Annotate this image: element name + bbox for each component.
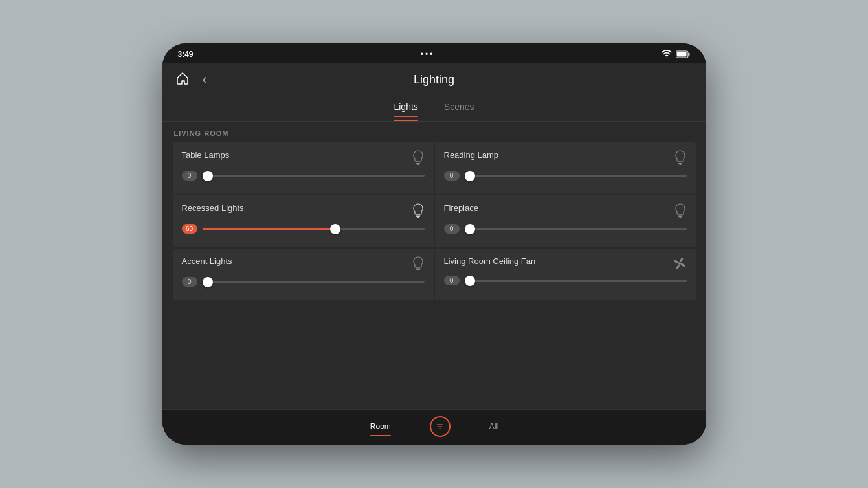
- lights-grid: Table Lamps 0: [173, 142, 696, 300]
- tabs-bar: Lights Scenes: [162, 96, 706, 122]
- bottom-nav-filter[interactable]: [430, 416, 451, 437]
- bulb-icon-reading-lamp: [674, 150, 687, 166]
- slider-recessed-lights[interactable]: [203, 228, 425, 230]
- app-content: ‹ Lighting Lights Scenes LIVING ROOM Tab…: [162, 63, 706, 445]
- bulb-icon-fireplace: [674, 203, 687, 219]
- light-name-recessed-lights: Recessed Lights: [182, 203, 244, 213]
- tab-lights[interactable]: Lights: [394, 102, 417, 115]
- bottom-nav-room[interactable]: Room: [370, 422, 391, 431]
- back-button[interactable]: ‹: [203, 71, 207, 88]
- light-name-fireplace: Fireplace: [444, 203, 478, 213]
- slider-fireplace[interactable]: [465, 228, 687, 230]
- status-icons: [662, 50, 690, 58]
- bulb-icon-recessed-lights: [412, 203, 425, 219]
- value-badge-accent-lights: 0: [182, 277, 197, 287]
- tablet-frame: 3:49 ••• ‹: [162, 43, 706, 445]
- value-badge-ceiling-fan: 0: [444, 276, 460, 285]
- tab-scenes[interactable]: Scenes: [444, 102, 474, 115]
- fan-icon-ceiling-fan: [673, 256, 687, 271]
- value-badge-fireplace: 0: [444, 224, 460, 234]
- value-badge-table-lamps: 0: [182, 171, 197, 181]
- filter-icon[interactable]: [430, 416, 451, 437]
- light-card-accent-lights: Accent Lights 0: [173, 249, 434, 300]
- bottom-nav-all[interactable]: All: [489, 422, 498, 431]
- slider-reading-lamp[interactable]: [465, 175, 687, 177]
- status-time: 3:49: [178, 50, 194, 59]
- status-bar: 3:49 •••: [162, 43, 706, 63]
- top-nav: ‹ Lighting: [162, 63, 706, 96]
- wifi-icon: [662, 50, 672, 58]
- home-button[interactable]: [175, 71, 190, 89]
- light-name-ceiling-fan: Living Room Ceiling Fan: [444, 256, 536, 266]
- svg-rect-1: [677, 52, 687, 57]
- light-name-reading-lamp: Reading Lamp: [444, 150, 499, 160]
- room-label: LIVING ROOM: [173, 129, 696, 137]
- slider-accent-lights[interactable]: [203, 281, 425, 283]
- svg-rect-2: [689, 53, 690, 56]
- page-title: Lighting: [414, 73, 454, 87]
- slider-table-lamps[interactable]: [203, 175, 425, 177]
- value-badge-reading-lamp: 0: [444, 171, 460, 181]
- battery-icon: [676, 50, 690, 58]
- slider-ceiling-fan[interactable]: [465, 280, 687, 282]
- bottom-nav: Room All: [162, 409, 706, 445]
- bottom-nav-room-underline: [370, 435, 391, 436]
- value-badge-recessed-lights: 60: [182, 224, 197, 234]
- light-card-fireplace: Fireplace 0: [435, 195, 696, 247]
- light-card-ceiling-fan: Living Room Ceiling Fan 0: [435, 249, 696, 300]
- status-ellipsis: •••: [421, 50, 435, 59]
- bulb-icon-table-lamps: [412, 150, 425, 166]
- bulb-icon-accent-lights: [412, 256, 425, 272]
- light-name-table-lamps: Table Lamps: [182, 150, 230, 160]
- light-card-reading-lamp: Reading Lamp 0: [435, 142, 696, 194]
- light-name-accent-lights: Accent Lights: [182, 256, 232, 266]
- bottom-nav-room-label: Room: [370, 422, 391, 431]
- light-card-recessed-lights: Recessed Lights 60: [173, 195, 434, 247]
- light-card-table-lamps: Table Lamps 0: [173, 142, 434, 194]
- svg-point-3: [678, 262, 681, 265]
- main-content: LIVING ROOM Table Lamps 0: [162, 122, 706, 409]
- bottom-nav-all-label: All: [489, 422, 498, 431]
